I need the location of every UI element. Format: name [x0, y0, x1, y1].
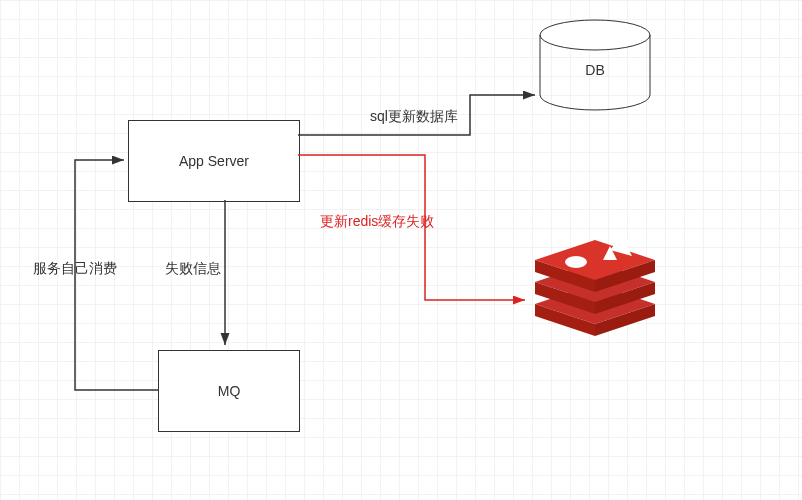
- redis-icon: [530, 230, 660, 340]
- mq-node: MQ: [158, 350, 300, 432]
- app-server-label: App Server: [179, 153, 249, 169]
- label-fail-info: 失败信息: [165, 260, 221, 278]
- label-redis-fail: 更新redis缓存失败: [320, 213, 434, 231]
- svg-point-10: [565, 256, 587, 268]
- label-sql-update: sql更新数据库: [370, 108, 458, 126]
- diagram-canvas: App Server MQ DB: [0, 0, 802, 500]
- grid-background: [0, 0, 802, 500]
- mq-label: MQ: [218, 383, 241, 399]
- app-server-node: App Server: [128, 120, 300, 202]
- label-self-consume: 服务自己消费: [33, 260, 117, 278]
